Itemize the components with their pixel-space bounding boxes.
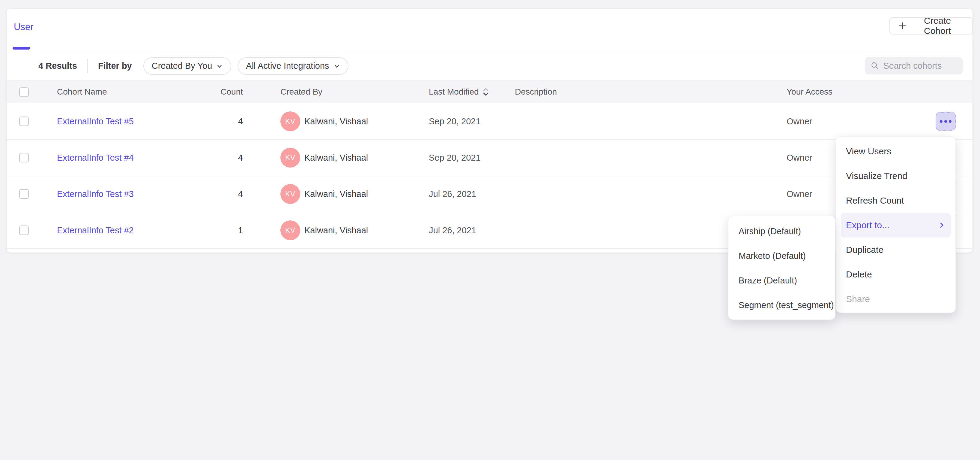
avatar: KV: [280, 112, 300, 131]
cohort-count: 4: [186, 117, 243, 126]
row-checkbox[interactable]: [19, 189, 29, 199]
filter-by-label: Filter by: [98, 61, 132, 71]
avatar: KV: [280, 148, 300, 168]
cohort-name-link[interactable]: ExternalInfo Test #2: [57, 225, 134, 235]
chevron-right-icon: [938, 221, 945, 229]
integrations-filter-value: All Active Integrations: [246, 61, 329, 71]
cohort-name-link[interactable]: ExternalInfo Test #3: [57, 189, 134, 199]
menu-item-export-to[interactable]: Export to...: [841, 213, 951, 238]
row-actions-menu: View Users Visualize Trend Refresh Count…: [836, 136, 956, 313]
creator-name: Kalwani, Vishaal: [304, 225, 368, 235]
menu-item-delete[interactable]: Delete: [841, 262, 951, 287]
chevron-down-icon: [334, 63, 340, 69]
table-row: ExternalInfo Test #3 4 KV Kalwani, Visha…: [6, 176, 972, 212]
access-level: Owner: [787, 189, 812, 199]
cohort-count: 4: [186, 189, 243, 199]
menu-item-visualize-trend[interactable]: Visualize Trend: [841, 164, 951, 188]
cohorts-page: User Create Cohort 4 Results Filter by C…: [0, 0, 980, 460]
tab-active-underline: [13, 47, 30, 50]
last-modified-date: Jul 26, 2021: [429, 189, 476, 199]
cohort-count: 1: [186, 225, 243, 235]
divider: [87, 59, 88, 73]
cohort-name-link[interactable]: ExternalInfo Test #4: [57, 153, 134, 163]
search-cohorts-box: [865, 57, 963, 75]
dot: [940, 120, 942, 123]
submenu-item-segment[interactable]: Segment (test_segment): [733, 293, 831, 317]
search-icon: [871, 61, 879, 70]
submenu-item-braze[interactable]: Braze (Default): [733, 268, 831, 293]
column-header-created-by: Created By: [280, 87, 322, 97]
table-row: ExternalInfo Test #4 4 KV Kalwani, Visha…: [6, 140, 972, 176]
dot: [944, 120, 947, 123]
results-count: 4 Results: [38, 61, 77, 71]
integrations-filter-dropdown[interactable]: All Active Integrations: [237, 58, 348, 75]
select-all-checkbox[interactable]: [19, 87, 29, 97]
menu-item-duplicate[interactable]: Duplicate: [841, 238, 951, 262]
search-cohorts-input[interactable]: [883, 61, 957, 71]
column-header-cohort-name: Cohort Name: [57, 87, 107, 97]
column-header-your-access: Your Access: [787, 87, 832, 97]
creator-name: Kalwani, Vishaal: [304, 189, 368, 199]
export-to-label: Export to...: [846, 220, 889, 230]
plus-icon: [898, 21, 907, 30]
creator-name: Kalwani, Vishaal: [304, 153, 368, 163]
menu-item-refresh-count[interactable]: Refresh Count: [841, 188, 951, 213]
cohort-count: 4: [186, 153, 243, 163]
last-modified-date: Sep 20, 2021: [429, 117, 481, 126]
create-cohort-button[interactable]: Create Cohort: [889, 17, 972, 35]
access-level: Owner: [787, 117, 812, 126]
column-header-count: Count: [186, 87, 243, 97]
sort-desc-icon: [482, 87, 489, 96]
table-header: Cohort Name Count Created By Last Modifi…: [6, 80, 972, 103]
menu-item-view-users[interactable]: View Users: [841, 139, 951, 164]
row-checkbox[interactable]: [19, 117, 29, 126]
last-modified-date: Sep 20, 2021: [429, 153, 481, 163]
last-modified-date: Jul 26, 2021: [429, 225, 476, 235]
table-row: ExternalInfo Test #5 4 KV Kalwani, Visha…: [6, 103, 972, 140]
access-level: Owner: [787, 153, 812, 163]
chevron-down-icon: [216, 63, 223, 69]
row-checkbox[interactable]: [19, 225, 29, 235]
export-submenu: Airship (Default) Marketo (Default) Braz…: [728, 216, 835, 320]
avatar: KV: [280, 220, 300, 240]
create-cohort-label: Create Cohort: [911, 16, 964, 36]
tab-bar: User Create Cohort: [6, 9, 972, 51]
created-by-filter-dropdown[interactable]: Created By You: [143, 58, 232, 75]
column-header-last-modified[interactable]: Last Modified: [429, 87, 489, 97]
dot: [949, 120, 951, 123]
creator-name: Kalwani, Vishaal: [304, 117, 368, 126]
row-checkbox[interactable]: [19, 153, 29, 163]
submenu-item-airship[interactable]: Airship (Default): [733, 219, 831, 243]
submenu-item-marketo[interactable]: Marketo (Default): [733, 243, 831, 268]
column-header-description: Description: [515, 87, 557, 97]
cohort-name-link[interactable]: ExternalInfo Test #5: [57, 117, 134, 126]
tab-user[interactable]: User: [14, 22, 33, 32]
row-actions-more-button[interactable]: [935, 112, 956, 131]
avatar: KV: [280, 184, 300, 204]
filter-bar: 4 Results Filter by Created By You All A…: [6, 51, 972, 80]
created-by-filter-value: Created By You: [152, 61, 212, 71]
menu-item-share: Share: [841, 287, 951, 311]
last-modified-label: Last Modified: [429, 87, 479, 97]
